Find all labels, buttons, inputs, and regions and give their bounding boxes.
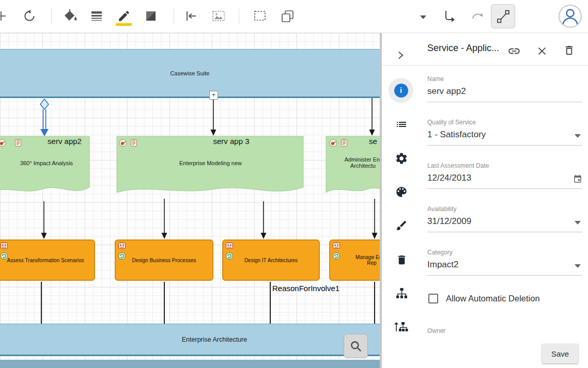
collapse-panel-chevron-icon[interactable] (395, 50, 406, 60)
meeting-badge-icon (332, 242, 341, 250)
process-box-design-business[interactable]: Design Business Processes (115, 239, 213, 281)
tab-appearance[interactable] (395, 185, 408, 199)
field-label: Quality of Service (427, 119, 582, 126)
dropdown-caret-icon[interactable] (417, 13, 429, 21)
process-box-label: Manage Enter Rep (335, 243, 380, 278)
properties-panel: Service - Applic... i (382, 33, 588, 368)
availability-select[interactable]: 31/12/2009 (427, 216, 582, 227)
diagram-canvas[interactable]: Casewise Suite + serv app2 serv app 3 se (0, 33, 380, 368)
field-name: Name serv app2 (427, 75, 582, 102)
blue-relation-arrow[interactable] (38, 98, 51, 137)
marquee-select-icon[interactable] (253, 9, 267, 23)
toolbar-separator (51, 8, 52, 24)
arrow-connector[interactable] (370, 199, 379, 239)
panel-divider[interactable] (380, 33, 382, 368)
list-icon (395, 118, 408, 131)
process-badge-icon (332, 252, 341, 260)
meeting-badge-icon (118, 242, 126, 250)
app-window: Casewise Suite + serv app2 serv app 3 se (0, 0, 588, 368)
duplicate-icon[interactable] (280, 9, 295, 23)
step-arrow-icon[interactable] (442, 9, 456, 23)
shape-fill-icon[interactable] (144, 9, 158, 23)
dropdown-caret-icon[interactable] (575, 264, 581, 268)
top-banner-shape[interactable]: Casewise Suite (0, 49, 380, 98)
field-label: Last Assessment Date (427, 162, 582, 169)
arrow-connector[interactable] (40, 201, 48, 239)
arrow-connector[interactable] (209, 100, 218, 136)
org-chart-up-icon (394, 320, 409, 333)
checkbox-label: Allow Automatic Deletion (446, 294, 540, 303)
name-input[interactable]: serv app2 (427, 86, 582, 97)
palette-icon (395, 185, 408, 199)
produce-badge-icon (119, 139, 127, 147)
close-icon[interactable] (535, 44, 549, 58)
info-icon: i (394, 84, 408, 98)
rotate-icon[interactable] (22, 9, 37, 23)
field-availability: Availability 31/12/2009 (427, 205, 582, 232)
shape-body-text: Administer Ent Architectu (333, 156, 380, 169)
line-connector[interactable] (41, 282, 42, 324)
clipboard-icon (14, 139, 22, 147)
dropdown-caret-icon[interactable] (575, 221, 581, 225)
fill-bucket-icon[interactable] (63, 9, 77, 23)
tab-hierarchy-up[interactable] (394, 320, 409, 333)
connector-tool-active[interactable] (491, 4, 515, 28)
toolbar (0, 0, 588, 33)
allow-automatic-deletion-checkbox[interactable] (428, 294, 438, 303)
process-badge-icon (0, 252, 8, 260)
pen-icon[interactable] (117, 9, 131, 23)
save-button[interactable]: Save (542, 344, 578, 363)
toolbar-separator (239, 8, 239, 24)
toolbar-separator (174, 8, 174, 24)
quality-of-service-select[interactable]: 1 - Satisfactory (427, 130, 582, 140)
tab-delete[interactable] (395, 253, 408, 266)
dropdown-caret-icon[interactable] (575, 134, 581, 138)
tab-style-brush[interactable] (395, 219, 408, 232)
line-connector[interactable] (270, 282, 271, 324)
field-label: Name (427, 75, 582, 83)
bottom-banner-label: Enterprise Architecture (133, 336, 247, 343)
org-chart-icon (395, 287, 408, 300)
insert-image-icon[interactable] (211, 9, 226, 23)
bottom-banner-shape[interactable]: Enterprise Architecture (0, 324, 380, 356)
process-box-assess[interactable]: Assess Transformation Scenarios (0, 239, 95, 281)
field-label: Category (427, 249, 582, 256)
clipboard-icon (340, 139, 348, 147)
redo-icon[interactable] (470, 9, 484, 23)
process-box-label: Design IT Architectures (228, 243, 314, 278)
calendar-icon[interactable] (573, 174, 582, 186)
clipboard-icon (130, 139, 138, 147)
arrow-connector[interactable] (259, 201, 268, 239)
process-badge-icon (225, 252, 234, 260)
shape-title: serv app2 (31, 137, 98, 146)
shape-title: se (358, 137, 380, 146)
relationship-label[interactable]: ReasonForInvolve1 (272, 284, 339, 293)
arrow-connector[interactable] (160, 199, 168, 239)
process-badge-icon (118, 252, 126, 260)
tab-settings[interactable] (395, 152, 408, 165)
field-category: Category Impact2 (427, 249, 582, 276)
line-connector[interactable] (164, 282, 165, 324)
line-weight-icon[interactable] (89, 9, 104, 23)
trash-filled-icon (396, 254, 408, 266)
top-banner-label: Casewise Suite (171, 70, 210, 76)
process-box-design-it[interactable]: Design IT Architectures (222, 239, 320, 281)
delete-icon[interactable] (562, 43, 576, 57)
tab-info-active[interactable]: i (389, 78, 413, 103)
align-left-icon[interactable] (184, 9, 198, 23)
line-connector[interactable] (374, 282, 375, 324)
tab-details-list[interactable] (395, 118, 408, 131)
add-icon[interactable] (0, 9, 8, 23)
arrow-connector[interactable] (368, 98, 376, 136)
connector-plus-handle[interactable]: + (209, 91, 218, 100)
connector-icon (496, 9, 510, 24)
meeting-badge-icon (225, 242, 234, 250)
last-assessment-date-input[interactable]: 12/24/2013 (427, 173, 582, 183)
zoom-button[interactable] (344, 334, 368, 358)
tab-hierarchy[interactable] (395, 286, 408, 300)
brush-icon (395, 219, 408, 232)
link-icon[interactable] (507, 44, 521, 58)
allow-automatic-deletion-row: Allow Automatic Deletion (428, 294, 540, 303)
category-select[interactable]: Impact2 (427, 260, 582, 270)
user-avatar[interactable] (558, 4, 582, 28)
